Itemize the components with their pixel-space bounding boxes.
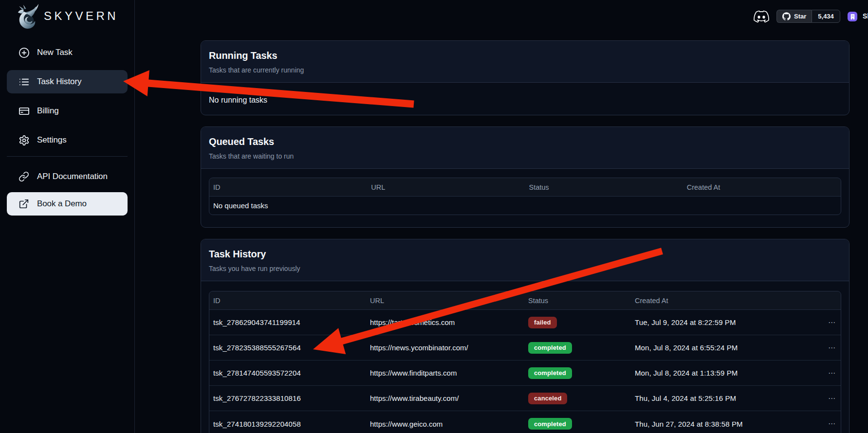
row-menu-button[interactable]: ⋯ [823, 368, 836, 379]
discord-icon[interactable] [754, 9, 769, 24]
link-icon [18, 171, 30, 182]
plus-circle-icon [18, 47, 30, 58]
column-header-created-at: Created At [631, 291, 809, 310]
task-created-at-cell: Thu, Jun 27, 2024 at 8:38:58 PM [631, 411, 809, 433]
gear-icon [18, 135, 30, 146]
task-id-cell: tsk_278235388555267564 [209, 335, 366, 361]
status-badge: completed [528, 342, 572, 354]
task-actions-cell: ⋯ [809, 411, 841, 433]
task-url-cell: https://www.tirabeauty.com/ [366, 386, 524, 411]
queued-tasks-table: ID URL Status Created At No queued tasks [209, 178, 841, 215]
table-row[interactable]: tsk_276727822333810816 https://www.tirab… [209, 386, 841, 411]
task-actions-cell: ⋯ [809, 361, 841, 386]
sidebar-item-book-a-demo[interactable]: Book a Demo [7, 192, 128, 216]
row-menu-button[interactable]: ⋯ [823, 418, 836, 429]
task-status-cell: failed [524, 310, 631, 335]
task-id-cell: tsk_274180139292204058 [209, 411, 366, 433]
column-header-id: ID [209, 291, 366, 310]
running-tasks-card: Running Tasks Tasks that are currently r… [201, 40, 850, 115]
github-star-button[interactable]: Star [776, 10, 812, 23]
status-badge: failed [528, 317, 557, 328]
status-badge: canceled [528, 393, 567, 404]
external-link-icon [18, 198, 30, 210]
column-header-url: URL [366, 291, 524, 310]
task-status-cell: completed [524, 411, 631, 433]
table-row[interactable]: tsk_274180139292204058 https://www.geico… [209, 411, 841, 433]
sidebar-nav: New Task Task History Billing [7, 41, 128, 158]
task-history-card: Task History Tasks you have run previous… [201, 239, 850, 433]
queued-tasks-empty: No queued tasks [209, 197, 841, 215]
skyvern-dragon-icon [17, 3, 40, 29]
github-icon [782, 12, 791, 20]
table-row[interactable]: tsk_278147405593572204 https://www.findi… [209, 361, 841, 386]
card-title: Running Tasks [209, 49, 841, 62]
sidebar-item-label: New Task [37, 48, 73, 57]
github-star-count[interactable]: 5,434 [812, 10, 840, 23]
sidebar-item-api-documentation[interactable]: API Documentation [7, 165, 128, 188]
building-icon [850, 14, 856, 20]
task-history-content: ID URL Status Created At tsk_27862904374… [201, 281, 849, 433]
card-subtitle: Tasks that are currently running [209, 65, 841, 75]
skyvern-app: { "brand": { "name": "SKYVERN" }, "sideb… [0, 0, 868, 433]
task-created-at-cell: Mon, Jul 8, 2024 at 1:13:59 PM [631, 361, 809, 386]
org-label[interactable]: Skyvern [863, 12, 868, 20]
task-actions-cell: ⋯ [809, 310, 841, 335]
task-actions-cell: ⋯ [809, 386, 841, 411]
task-url-cell: https://www.geico.com [366, 411, 524, 433]
credit-card-icon [18, 106, 30, 117]
skyvern-logo[interactable]: SKYVERN [17, 3, 118, 29]
card-subtitle: Tasks that are waiting to run [209, 151, 841, 161]
table-header-row: ID URL Status Created At [209, 291, 841, 310]
empty-row: No queued tasks [209, 197, 841, 215]
sidebar-item-new-task[interactable]: New Task [7, 41, 128, 64]
sidebar-item-label: API Documentation [37, 172, 108, 181]
status-badge: completed [528, 418, 572, 430]
task-history-header: Task History Tasks you have run previous… [201, 239, 849, 281]
task-created-at-cell: Tue, Jul 9, 2024 at 8:22:59 PM [631, 310, 809, 335]
table-row[interactable]: tsk_278629043741199914 https://tartecosm… [209, 310, 841, 335]
github-star-label: Star [794, 13, 806, 20]
list-icon [18, 76, 30, 88]
task-status-cell: completed [524, 335, 631, 361]
sidebar-item-settings[interactable]: Settings [7, 128, 128, 152]
column-header-url: URL [367, 178, 525, 197]
card-subtitle: Tasks you have run previously [209, 264, 841, 273]
row-menu-button[interactable]: ⋯ [823, 317, 836, 328]
queued-tasks-header: Queued Tasks Tasks that are waiting to r… [201, 127, 849, 169]
task-id-cell: tsk_278147405593572204 [209, 361, 366, 386]
sidebar-item-label: Book a Demo [37, 199, 87, 209]
sidebar-item-task-history[interactable]: Task History [7, 70, 128, 93]
column-header-status: Status [525, 178, 683, 197]
task-url-cell: https://www.finditparts.com [366, 361, 524, 386]
task-history-table: ID URL Status Created At tsk_27862904374… [209, 291, 841, 433]
column-header-id: ID [209, 178, 367, 197]
column-header-actions [809, 291, 841, 310]
sidebar-item-label: Task History [37, 77, 81, 87]
table-row[interactable]: tsk_278235388555267564 https://news.ycom… [209, 335, 841, 361]
org-avatar[interactable] [848, 12, 857, 21]
sidebar-divider [7, 156, 128, 157]
sidebar-item-label: Settings [37, 135, 67, 145]
column-header-status: Status [524, 291, 631, 310]
task-id-cell: tsk_276727822333810816 [209, 386, 366, 411]
task-status-cell: completed [524, 361, 631, 386]
task-url-cell: https://tartecosmetics.com [366, 310, 524, 335]
table-header-row: ID URL Status Created At [209, 178, 841, 197]
queued-tasks-content: ID URL Status Created At No queued tasks [201, 169, 849, 227]
running-tasks-header: Running Tasks Tasks that are currently r… [201, 41, 849, 83]
row-menu-button[interactable]: ⋯ [823, 393, 836, 404]
card-title: Task History [209, 247, 841, 261]
sidebar-item-label: Billing [37, 106, 59, 116]
sidebar-item-billing[interactable]: Billing [7, 99, 128, 123]
running-tasks-empty: No running tasks [201, 83, 849, 115]
github-star-widget: Star 5,434 [776, 10, 840, 23]
sidebar: SKYVERN New Task Task History [0, 0, 135, 433]
brand-name: SKYVERN [44, 9, 118, 23]
task-created-at-cell: Mon, Jul 8, 2024 at 6:55:24 PM [631, 335, 809, 361]
row-menu-button[interactable]: ⋯ [823, 343, 836, 353]
queued-tasks-card: Queued Tasks Tasks that are waiting to r… [201, 126, 850, 228]
task-created-at-cell: Thu, Jul 4, 2024 at 5:25:16 PM [631, 386, 809, 411]
card-title: Queued Tasks [209, 135, 841, 148]
sidebar-secondary-nav: API Documentation Book a Demo [7, 165, 128, 219]
task-status-cell: canceled [524, 386, 631, 411]
